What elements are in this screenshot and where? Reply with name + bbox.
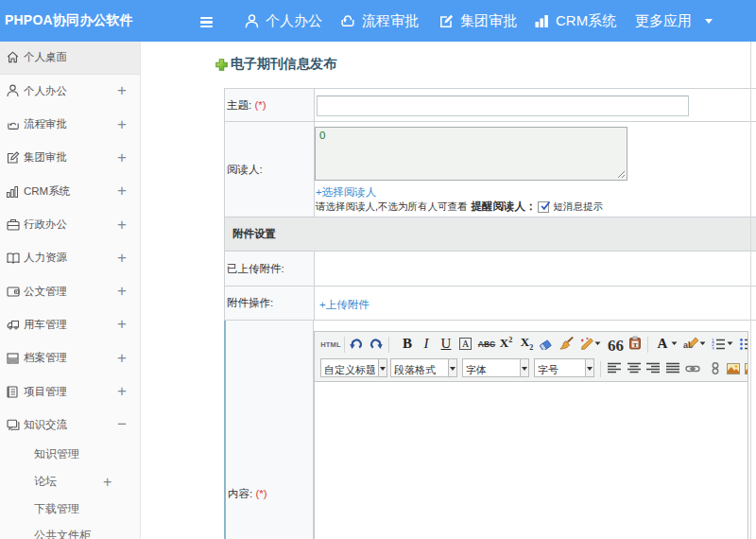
svg-text:T: T: [632, 341, 637, 349]
svg-text:3: 3: [712, 346, 714, 351]
